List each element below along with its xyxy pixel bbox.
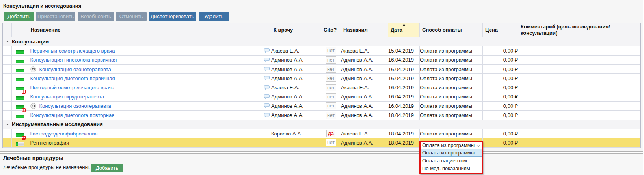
cell-price: 0,00 ₽ bbox=[483, 56, 518, 65]
payment-select[interactable]: Оплата из программы bbox=[421, 142, 482, 149]
collapse-triangle-icon[interactable] bbox=[6, 124, 9, 125]
header-label: Cito? bbox=[324, 27, 337, 33]
cell-cito: нет bbox=[321, 111, 341, 120]
cell-price: 0,00 ₽ bbox=[483, 102, 518, 111]
cell-assigned-by: Админов А.А. bbox=[341, 92, 388, 102]
add-procedure-button[interactable]: Добавить bbox=[91, 164, 123, 172]
cell-cito: нет bbox=[321, 56, 341, 65]
resume-button: Возобновить bbox=[78, 12, 114, 21]
comment-bubble-icon[interactable] bbox=[264, 85, 270, 90]
cell-doctor: Админов А.А. bbox=[271, 56, 321, 65]
cell-expand bbox=[3, 46, 12, 55]
dropdown-chevron-icon bbox=[477, 144, 480, 147]
appointment-row[interactable]: Консультация гинеколога первичнаяАдминов… bbox=[3, 56, 640, 65]
cell-date: 16.04.2019 bbox=[388, 83, 420, 92]
cell-comment bbox=[518, 102, 640, 111]
cell-date: 16.04.2019 bbox=[388, 102, 420, 111]
cell-date: 16.04.2019 bbox=[388, 56, 420, 65]
cell-assigned-by: Админов А.А. bbox=[341, 138, 388, 147]
group-label: Инструментальные исследования bbox=[12, 121, 103, 127]
cito-value-box: нет bbox=[326, 56, 336, 64]
cell-comment bbox=[518, 129, 640, 138]
appointment-link[interactable]: Гастродуоденофиброскопия bbox=[30, 131, 98, 137]
cito-value-box: нет bbox=[326, 75, 336, 82]
header-col-assigned[interactable]: Назначил bbox=[341, 23, 388, 37]
comment-bubble-icon[interactable] bbox=[264, 113, 270, 118]
comment-bubble-icon[interactable] bbox=[264, 48, 270, 53]
cell-name: Рентгенография bbox=[28, 138, 272, 147]
add-button[interactable]: Добавить bbox=[4, 12, 34, 21]
cell-expand bbox=[3, 129, 12, 138]
cito-value-box: нет bbox=[326, 139, 336, 146]
payment-option[interactable]: Оплата пациентом bbox=[421, 157, 482, 165]
status-bars-icon bbox=[16, 115, 24, 118]
appointment-link[interactable]: Консультация диетолога повторная bbox=[30, 112, 115, 118]
status-bars-icon bbox=[16, 78, 24, 81]
cell-payment: Оплата из программы bbox=[420, 129, 483, 138]
header-label: Назначение bbox=[31, 27, 61, 33]
appointment-link[interactable]: Консультация диетолога первичная bbox=[30, 75, 115, 81]
cell-name: Консультация гирудотерапевта bbox=[28, 92, 272, 102]
recurrence-icon bbox=[30, 66, 36, 72]
header-label: Цена bbox=[485, 27, 498, 33]
appointment-link[interactable]: Повторный осмотр лечащего врача bbox=[30, 85, 115, 90]
appointment-link[interactable]: Консультация озонотерапевта bbox=[39, 66, 111, 72]
comment-bubble-icon[interactable] bbox=[264, 94, 270, 99]
appointment-row[interactable]: Консультация диетолога первичнаяАдминов … bbox=[3, 74, 640, 83]
cell-name: Консультация диетолога повторная bbox=[28, 111, 272, 120]
header-col-status bbox=[12, 23, 28, 37]
status-bars-icon bbox=[16, 87, 24, 90]
cell-payment: Оплата из программы bbox=[420, 92, 483, 102]
cell-comment bbox=[518, 83, 640, 92]
cell-assigned-by: Админов А.А. bbox=[341, 65, 388, 74]
cancel-button: Отменить bbox=[116, 12, 147, 21]
group-row: Консультации bbox=[3, 37, 640, 46]
comment-bubble-icon[interactable] bbox=[264, 67, 270, 72]
cell-payment: Оплата из программы bbox=[420, 46, 483, 55]
cell-date: 16.04.2019 bbox=[388, 74, 420, 83]
cell-expand bbox=[3, 74, 12, 83]
payment-option[interactable]: Оплата из программы bbox=[421, 149, 482, 157]
delete-button[interactable]: Удалить bbox=[199, 12, 229, 21]
appointment-link[interactable]: Консультация гирудотерапевта bbox=[30, 94, 104, 100]
cito-value-box: нет bbox=[326, 102, 336, 109]
cell-cito: нет bbox=[321, 83, 341, 92]
payment-option[interactable]: По мед. показаниям bbox=[421, 165, 482, 173]
table-body: КонсультацииПервичный осмотр лечащего вр… bbox=[3, 37, 640, 148]
status-bars-icon bbox=[16, 105, 24, 109]
appointment-row[interactable]: Повторный осмотр лечащего врачаАкаева Е.… bbox=[3, 83, 640, 92]
cell-price: 0,00 ₽ bbox=[483, 138, 518, 147]
header-col-name[interactable]: Назначение bbox=[28, 23, 272, 37]
header-col-payment[interactable]: Способ оплаты bbox=[420, 23, 483, 37]
appointment-row[interactable]: Первичный осмотр лечащего врачаАкаева Е.… bbox=[3, 46, 640, 55]
header-col-price[interactable]: Цена bbox=[483, 23, 518, 37]
appointment-row[interactable]: ГастродуоденофиброскопияКараева А.А.даАк… bbox=[3, 129, 640, 138]
cell-payment: Оплата из программы bbox=[420, 83, 483, 92]
header-col-doctor[interactable]: К врачу bbox=[271, 23, 321, 37]
cell-name: Первичный осмотр лечащего врача bbox=[28, 46, 272, 55]
panel-title: Консультации и исследования bbox=[3, 3, 81, 9]
dispatch-button[interactable]: Диспетчеризовать bbox=[149, 12, 197, 21]
cell-cito: нет bbox=[321, 138, 341, 147]
appointment-row[interactable]: Консультация гирудотерапевтаАдминов А.А.… bbox=[3, 92, 640, 102]
cell-comment bbox=[518, 92, 640, 102]
collapse-triangle-icon[interactable] bbox=[6, 41, 9, 42]
cell-status bbox=[12, 46, 28, 55]
appointment-link[interactable]: Первичный осмотр лечащего врача bbox=[30, 48, 115, 54]
header-col-comment[interactable]: Комментарий (цель исследования/ консульт… bbox=[518, 23, 640, 37]
comment-bubble-icon[interactable] bbox=[264, 58, 270, 62]
appointment-link[interactable]: Консультация гинеколога первичная bbox=[30, 57, 117, 63]
cell-status bbox=[12, 56, 28, 65]
appointment-row[interactable]: Консультация диетолога повторнаяАдминов … bbox=[3, 111, 640, 120]
header-col-cito[interactable]: Cito? bbox=[321, 23, 341, 37]
cell-cito: нет bbox=[321, 74, 341, 83]
appointment-row[interactable]: Консультация озонотерапевтаАдминов А.А.н… bbox=[3, 102, 640, 111]
header-col-date[interactable]: Дата bbox=[388, 23, 420, 37]
appointment-link[interactable]: Консультация озонотерапевта bbox=[39, 103, 111, 109]
appointment-row[interactable]: РентгенографиянетАдминов А.А.18.04.20190… bbox=[3, 138, 640, 147]
appointment-row[interactable]: Консультация озонотерапевтаАдминов А.А.н… bbox=[3, 65, 640, 74]
comment-bubble-icon[interactable] bbox=[264, 103, 270, 108]
comment-bubble-icon[interactable] bbox=[264, 76, 270, 81]
cell-assigned-by: Акаева Е.А. bbox=[341, 46, 388, 55]
cell-price: 0,00 ₽ bbox=[483, 111, 518, 120]
